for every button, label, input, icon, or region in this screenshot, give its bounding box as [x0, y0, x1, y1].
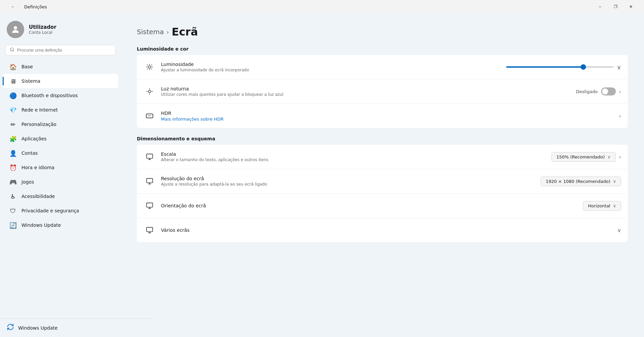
row-text-luminosidade: Luminosidade Ajustar a luminosidade do e… [161, 62, 506, 72]
sidebar-item-privacidade[interactable]: 🛡 Privacidade e segurança [3, 204, 118, 218]
user-info: Utilizador Conta Local [29, 24, 56, 35]
section-title-dimensionamento: Dimensionamento e esquema [137, 136, 628, 141]
titlebar-title: Definições [24, 4, 47, 9]
sidebar-item-rede[interactable]: 💎 Rede e Internet [3, 103, 118, 117]
dropdown-escala[interactable]: 150% (Recomendado) ∨ [551, 152, 616, 162]
nav-icon-sistema: 🖥 [9, 77, 17, 85]
close-button[interactable]: ✕ [623, 1, 639, 12]
nav-label-sistema: Sistema [21, 78, 40, 84]
svg-rect-24 [147, 203, 153, 207]
search-icon [10, 47, 14, 53]
nav-icon-bluetooth: 🔵 [9, 92, 17, 99]
breadcrumb-parent: Sistema [137, 28, 164, 36]
main-content: Sistema › Ecrã Luminosidade e cor Lumino… [121, 13, 644, 337]
nav-label-hora: Hora e idioma [21, 165, 54, 170]
section-title-luminosidade: Luminosidade e cor [137, 46, 628, 52]
sidebar-item-bluetooth[interactable]: 🔵 Bluetooth e dispositivos [3, 88, 118, 103]
nav-label-bluetooth: Bluetooth e dispositivos [21, 93, 78, 98]
chevron-right-icon: › [619, 113, 621, 119]
svg-point-12 [148, 90, 151, 92]
row-icon-luminosidade [144, 61, 156, 73]
row-subtitle-hdr[interactable]: Mais informações sobre HDR [161, 117, 619, 122]
row-text-resolucao: Resolução do ecrã Ajuste a resolução par… [161, 176, 541, 187]
svg-line-8 [147, 65, 148, 65]
settings-row-hdr[interactable]: HDR HDR Mais informações sobre HDR › [137, 104, 628, 128]
sidebar-item-hora[interactable]: ⏰ Hora e idioma [3, 160, 118, 175]
row-title-hdr: HDR [161, 111, 619, 116]
breadcrumb-current: Ecrã [172, 25, 198, 38]
breadcrumb-separator: › [167, 28, 169, 36]
row-text-hdr: HDR Mais informações sobre HDR [161, 111, 619, 122]
titlebar-left: ← Definições [5, 1, 47, 12]
row-icon-luz-noturna [144, 85, 156, 97]
search-box[interactable] [5, 45, 115, 55]
maximize-button[interactable]: ❐ [608, 1, 623, 12]
row-icon-resolucao [144, 175, 156, 187]
user-section: Utilizador Conta Local [0, 17, 121, 45]
settings-row-orientacao[interactable]: Orientação do ecrã Horizontal ∨ [137, 194, 628, 218]
settings-row-resolucao[interactable]: Resolução do ecrã Ajuste a resolução par… [137, 169, 628, 194]
row-icon-orientacao [144, 200, 156, 212]
sidebar-item-windowsupdate[interactable]: 🔄 Windows Update [3, 218, 118, 232]
settings-sections: Luminosidade e cor Luminosidade Ajustar … [137, 46, 628, 242]
search-input[interactable] [17, 48, 111, 53]
sidebar-item-sistema[interactable]: 🖥 Sistema [3, 74, 118, 88]
row-text-varios-ecras: Vários ecrãs [161, 227, 617, 233]
row-title-varios-ecras: Vários ecrãs [161, 227, 617, 233]
brightness-slider[interactable] [506, 66, 613, 68]
nav-icon-base: 🏠 [9, 63, 17, 70]
sidebar-item-acessibilidade[interactable]: ♿ Acessibilidade [3, 189, 118, 203]
titlebar-controls: – ❐ ✕ [592, 1, 639, 12]
sidebar-item-base[interactable]: 🏠 Base [3, 60, 118, 74]
svg-text:HDR: HDR [148, 115, 151, 117]
toggle-label-luz-noturna: Desligado [576, 89, 597, 94]
settings-row-luminosidade[interactable]: Luminosidade Ajustar a luminosidade do e… [137, 55, 628, 79]
nav-icon-aplicacoes: 🧩 [9, 135, 17, 142]
chevron-right-icon: › [619, 88, 621, 95]
nav-label-privacidade: Privacidade e segurança [21, 208, 79, 213]
sidebar-item-jogos[interactable]: 🎮 Jogos [3, 175, 118, 189]
user-account-type: Conta Local [29, 30, 56, 35]
dropdown-orientacao[interactable]: Horizontal ∨ [583, 201, 621, 211]
svg-point-0 [14, 26, 17, 29]
nav-icon-personalizacao: ✏️ [9, 121, 17, 128]
app-body: Utilizador Conta Local 🏠 Base 🖥 Sistema … [0, 13, 644, 337]
nav-label-windowsupdate: Windows Update [21, 222, 61, 228]
dropdown-control-resolucao: 1920 × 1080 (Recomendado) ∨ [541, 177, 621, 186]
settings-row-luz-noturna[interactable]: Luz noturna Utilizar cores mais quentes … [137, 79, 628, 104]
settings-row-escala[interactable]: Escala Alterar o tamanho do texto, aplic… [137, 145, 628, 169]
nav-icon-hora: ⏰ [9, 164, 17, 171]
sidebar-item-personalizacao[interactable]: ✏️ Personalização [3, 117, 118, 131]
sidebar: Utilizador Conta Local 🏠 Base 🖥 Sistema … [0, 13, 121, 337]
row-icon-hdr: HDR [144, 110, 156, 122]
row-title-luminosidade: Luminosidade [161, 62, 506, 67]
row-text-orientacao: Orientação do ecrã [161, 203, 583, 208]
row-subtitle-escala: Alterar o tamanho do texto, aplicações e… [161, 157, 551, 162]
nav-label-personalizacao: Personalização [21, 122, 56, 127]
row-title-orientacao: Orientação do ecrã [161, 203, 583, 208]
slider-control: ∨ [506, 64, 621, 71]
expand-icon[interactable]: ∨ [617, 64, 621, 71]
dropdown-resolucao[interactable]: 1920 × 1080 (Recomendado) ∨ [541, 177, 621, 186]
sidebar-item-contas[interactable]: 👤 Contas [3, 146, 118, 160]
svg-rect-18 [147, 154, 153, 158]
sidebar-item-aplicacoes[interactable]: 🧩 Aplicações [3, 132, 118, 146]
chevron-down-icon: ∨ [607, 154, 611, 159]
dropdown-value-resolucao: 1920 × 1080 (Recomendado) [546, 179, 610, 184]
row-title-escala: Escala [161, 151, 551, 157]
nav-label-jogos: Jogos [21, 179, 34, 185]
toggle-control-luz-noturna: Desligado › [576, 87, 621, 95]
row-subtitle-resolucao: Ajuste a resolução para adaptá-la ao seu… [161, 182, 541, 187]
minimize-button[interactable]: – [592, 1, 608, 12]
nav-label-rede: Rede e Internet [21, 107, 58, 113]
svg-point-3 [148, 66, 151, 68]
settings-row-varios-ecras[interactable]: Vários ecrãs ∨ [137, 218, 628, 242]
nav-label-aplicacoes: Aplicações [21, 136, 47, 141]
toggle-luz-noturna[interactable] [601, 87, 616, 95]
back-button[interactable]: ← [5, 1, 21, 12]
svg-point-1 [10, 48, 13, 51]
dropdown-control-escala: 150% (Recomendado) ∨ › [551, 152, 621, 162]
row-text-luz-noturna: Luz noturna Utilizar cores mais quentes … [161, 86, 576, 97]
svg-line-9 [151, 69, 152, 69]
nav-icon-contas: 👤 [9, 149, 17, 157]
